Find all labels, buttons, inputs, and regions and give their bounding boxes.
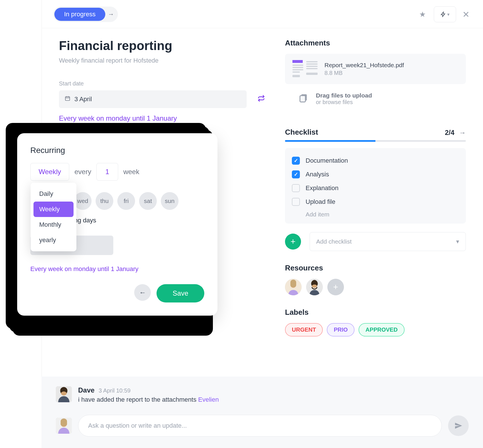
checklist-card: DocumentationAnalysisExplanationUpload f… <box>285 148 466 224</box>
checkbox[interactable] <box>292 170 300 178</box>
compose-input[interactable]: Ask a question or write an update... <box>78 415 442 437</box>
checklist-expand-icon[interactable]: → <box>459 129 466 137</box>
checkbox[interactable] <box>292 198 300 206</box>
comment-author: Dave <box>78 386 94 394</box>
dropzone-title: Drag files to upload <box>316 92 372 99</box>
checklist-item-label: Documentation <box>306 157 348 164</box>
comment-avatar[interactable] <box>56 386 72 402</box>
frequency-menu: DailyWeeklyMonthlyyearly <box>31 183 76 251</box>
files-icon <box>298 93 309 105</box>
checklist-item[interactable]: Upload file <box>292 195 459 209</box>
recur-summary[interactable]: Every week on monday until 1 January <box>59 114 265 122</box>
recur-icon[interactable] <box>258 95 265 104</box>
self-avatar[interactable] <box>56 418 72 434</box>
resource-avatar[interactable] <box>306 279 323 295</box>
day-chip[interactable]: thu <box>96 192 113 210</box>
checklist-count: 2/4 <box>445 129 454 137</box>
status-next-icon[interactable]: → <box>105 11 117 18</box>
send-button[interactable] <box>448 415 469 436</box>
comments-section: Dave 3 April 10:59 i have added the repo… <box>41 377 483 448</box>
resources-heading: Resources <box>285 264 466 272</box>
progress-bar <box>285 140 466 142</box>
frequency-option[interactable]: Monthly <box>33 217 74 232</box>
modal-title: Recurring <box>30 146 204 155</box>
close-icon[interactable]: ✕ <box>460 9 472 20</box>
attachment-size: 8.8 MB <box>324 70 404 76</box>
every-label: every <box>74 168 91 176</box>
resource-avatar[interactable] <box>285 279 302 295</box>
comment-time: 3 April 10:59 <box>99 387 130 394</box>
task-title[interactable]: Financial reporting <box>59 39 265 53</box>
dropzone-sub: or browse files <box>316 99 372 105</box>
attachment-item[interactable]: Report_week21_Hofstede.pdf 8.8 MB <box>285 54 466 84</box>
back-button[interactable]: ← <box>134 284 151 301</box>
only-working-days[interactable]: rking days <box>68 217 204 224</box>
actions-menu[interactable]: ▾ <box>434 6 456 22</box>
checklist-item-label: Upload file <box>306 198 335 206</box>
file-thumb-icon <box>292 60 318 78</box>
unit-label: week <box>123 168 139 176</box>
add-checklist-select[interactable]: Add checklist ▾ <box>310 232 466 251</box>
checklist-item-label: Analysis <box>306 171 329 178</box>
save-button[interactable]: Save <box>157 284 204 302</box>
chevron-down-icon: ▾ <box>456 238 459 245</box>
checklist-item[interactable]: Analysis <box>292 168 459 181</box>
day-chip[interactable]: wed <box>74 192 92 210</box>
svg-rect-5 <box>300 95 305 102</box>
mention[interactable]: Evelien <box>198 396 219 403</box>
attachment-name: Report_week21_Hofstede.pdf <box>324 62 404 69</box>
checklist-item[interactable]: Documentation <box>292 154 459 168</box>
calendar-icon <box>65 95 70 103</box>
day-chip[interactable]: sat <box>139 192 157 210</box>
task-subtitle[interactable]: Weekly financial report for Hofstede <box>59 57 265 64</box>
svg-rect-0 <box>66 97 70 100</box>
checklist-item[interactable]: Explanation <box>292 181 459 195</box>
frequency-option[interactable]: Daily <box>33 186 74 202</box>
day-chip[interactable]: fri <box>117 192 135 210</box>
comment-text: i have added the report to the attachmen… <box>78 396 219 403</box>
status-selector[interactable]: In progress → <box>53 7 118 22</box>
checkbox[interactable] <box>292 184 300 192</box>
recurring-modal: Recurring Weekly DailyWeeklyMonthlyyearl… <box>17 133 217 316</box>
status-pill[interactable]: In progress <box>54 8 105 21</box>
frequency-count[interactable]: 1 <box>96 163 118 181</box>
add-item[interactable]: Add item <box>292 209 459 218</box>
frequency-option[interactable]: yearly <box>33 232 74 248</box>
attachments-heading: Attachments <box>285 39 466 47</box>
add-resource-button[interactable]: + <box>327 279 344 295</box>
day-chip[interactable]: sun <box>161 192 179 210</box>
label-pill[interactable]: PRIO <box>327 323 355 337</box>
start-date-value: 3 April <box>74 95 92 103</box>
frequency-option[interactable]: Weekly <box>33 202 74 217</box>
frequency-dropdown[interactable]: Weekly DailyWeeklyMonthlyyearly <box>30 163 69 181</box>
checklist-heading: Checklist <box>285 128 318 137</box>
checklist-item-label: Explanation <box>306 184 339 192</box>
star-icon[interactable]: ★ <box>417 9 428 20</box>
start-date-label: Start date <box>59 80 265 87</box>
add-checklist-button[interactable]: + <box>285 234 301 250</box>
dropzone[interactable]: Drag files to upload or browse files <box>285 84 466 114</box>
checkbox[interactable] <box>292 157 300 165</box>
modal-summary: Every week on monday until 1 January <box>30 265 204 273</box>
label-pill[interactable]: URGENT <box>285 323 323 337</box>
labels-heading: Labels <box>285 308 466 317</box>
start-date-field[interactable]: 3 April <box>59 90 247 108</box>
comment: Dave 3 April 10:59 i have added the repo… <box>56 386 469 403</box>
label-pill[interactable]: APPROVED <box>359 323 404 337</box>
header: In progress → ★ ▾ ✕ <box>42 0 483 28</box>
